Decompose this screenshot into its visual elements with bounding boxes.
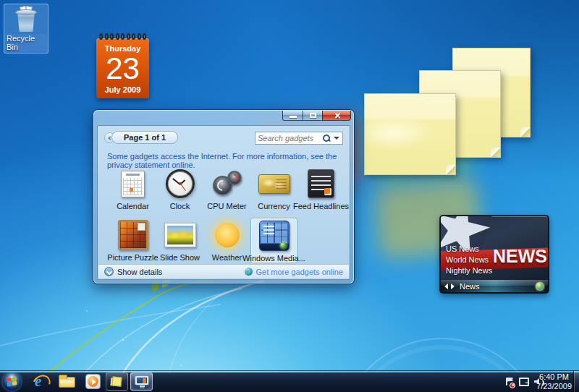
windows-orb-icon — [280, 242, 287, 249]
calendar-gadget-icon — [117, 168, 150, 200]
globe-icon — [245, 268, 253, 276]
recycle-bin-label: Recycle Bin — [4, 34, 48, 51]
news-headline[interactable]: US News — [446, 244, 492, 255]
gadget-tile-slide-show[interactable]: Slide Show — [156, 218, 203, 263]
clock-gadget-icon — [164, 168, 197, 200]
gadget-gallery-icon — [135, 376, 148, 385]
windows-flag-icon — [7, 377, 17, 386]
news-banner-text: NEWS — [493, 246, 547, 267]
recycle-bin-desktop-icon[interactable]: Recycle Bin — [4, 4, 48, 54]
previous-feed-arrow-icon[interactable] — [444, 284, 448, 289]
gadget-tile-feed-headlines[interactable]: Feed Headlines — [297, 166, 345, 212]
news-headline[interactable]: Nightly News — [446, 265, 492, 276]
news-feed-title: News — [460, 282, 480, 291]
page-indicator: Page 1 of 1 — [111, 131, 178, 144]
calendar-day: 23 — [106, 53, 140, 85]
gadget-tile-currency[interactable]: Currency — [250, 166, 297, 212]
search-dropdown-icon[interactable] — [334, 137, 339, 140]
media-player-icon[interactable] — [85, 374, 101, 389]
sticky-note-icon — [111, 376, 122, 386]
gadget-gallery-content: Page 1 of 1 Some gadgets access the Inte… — [97, 125, 350, 280]
show-details-button[interactable]: Show details — [104, 267, 162, 276]
gallery-footer: Show details Get more gadgets online — [98, 264, 349, 278]
recycle-bin-icon — [14, 7, 38, 33]
news-feed-gadget[interactable]: NEWS US News World News Nightly News New… — [440, 216, 549, 293]
action-center-flag-icon[interactable] — [504, 377, 514, 387]
news-gadget-screen: NEWS US News World News Nightly News — [441, 216, 548, 280]
clock-time: 6:40 PM — [539, 372, 569, 382]
alert-badge-icon — [510, 383, 515, 388]
gadget-grid: Calendar Clock CPU Meter Currency Feed H… — [109, 166, 345, 263]
get-more-gadgets-link[interactable]: Get more gadgets online — [245, 268, 343, 276]
slide-show-gadget-icon — [164, 219, 197, 251]
gadget-tile-cpu-meter[interactable]: CPU Meter — [203, 166, 250, 212]
sticky-note-front[interactable] — [364, 93, 456, 175]
gallery-toolbar: Page 1 of 1 — [104, 130, 343, 146]
gadget-tile-calendar[interactable]: Calendar — [109, 166, 156, 212]
windows-explorer-icon[interactable] — [59, 377, 75, 388]
show-desktop-button[interactable] — [573, 371, 579, 392]
close-button[interactable] — [322, 111, 351, 121]
news-gadget-navbar: News — [441, 280, 548, 292]
minimize-button[interactable] — [282, 111, 303, 121]
minimize-icon — [290, 116, 297, 118]
calendar-gadget-body: Thursday 23 July 2009 — [96, 38, 149, 98]
gadget-tile-windows-media[interactable]: Windows Media... — [250, 218, 297, 263]
windows-orb-icon[interactable] — [536, 282, 544, 291]
picture-puzzle-gadget-icon — [117, 219, 150, 251]
gadget-tile-picture-puzzle[interactable]: Picture Puzzle — [109, 218, 156, 263]
network-icon[interactable] — [519, 377, 529, 386]
search-icon[interactable] — [322, 134, 331, 142]
chevron-down-icon — [104, 267, 114, 276]
windows-media-gadget-icon — [258, 220, 291, 252]
internet-explorer-icon[interactable]: e — [33, 374, 48, 390]
weather-gadget-icon — [211, 219, 244, 251]
news-headline[interactable]: World News — [446, 255, 492, 265]
maximize-button[interactable] — [303, 111, 323, 121]
gadget-gallery-window: Page 1 of 1 Some gadgets access the Inte… — [93, 110, 354, 284]
cpu-meter-gadget-icon — [211, 168, 244, 200]
feed-headlines-gadget-icon — [305, 168, 338, 200]
gadget-search-box[interactable] — [255, 132, 343, 145]
search-input[interactable] — [255, 134, 322, 142]
taskbar: e 6:40 PM 7/23/2009 — [0, 371, 579, 392]
calendar-gadget[interactable]: Thursday 23 July 2009 — [96, 33, 149, 98]
clock-date: 7/23/2009 — [536, 382, 572, 391]
next-feed-arrow-icon[interactable] — [451, 284, 455, 289]
sticky-notes-taskbar-button[interactable] — [106, 372, 128, 391]
currency-gadget-icon — [258, 168, 291, 200]
maximize-icon — [310, 113, 316, 118]
calendar-month-year: July 2009 — [105, 85, 141, 94]
calendar-spiral-binding — [99, 33, 146, 41]
start-button[interactable] — [3, 372, 21, 391]
window-caption-buttons — [283, 111, 351, 121]
gadget-gallery-taskbar-button[interactable] — [130, 372, 153, 391]
gadget-tile-clock[interactable]: Clock — [156, 166, 203, 212]
taskbar-clock[interactable]: 6:40 PM 7/23/2009 — [536, 372, 572, 391]
